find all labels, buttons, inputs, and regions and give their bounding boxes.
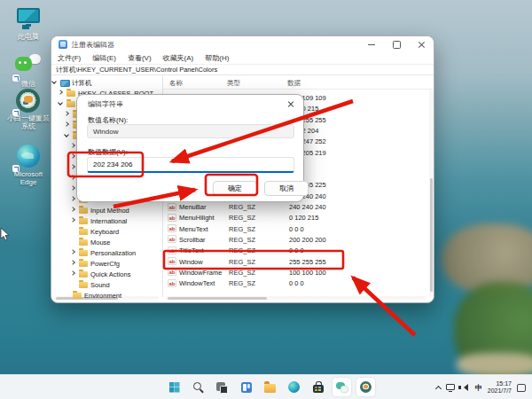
edge-taskbar-button[interactable] <box>285 378 303 396</box>
value-data-input[interactable] <box>87 157 294 173</box>
value-name: MenuHilight <box>179 214 215 222</box>
chevron-right-icon[interactable] <box>58 90 63 95</box>
chevron-right-icon[interactable] <box>70 207 75 212</box>
menu-item-0[interactable]: 文件(F) <box>56 53 82 63</box>
value-data: 255 255 255 <box>289 258 326 266</box>
tree-item-label: Quick Actions <box>90 270 130 278</box>
chevron-right-icon[interactable] <box>70 260 75 265</box>
tree-item-international[interactable]: International <box>51 215 162 226</box>
address-bar[interactable]: 计算机\HKEY_CURRENT_USER\Control Panel\Colo… <box>51 64 434 75</box>
value-row-menuhilight[interactable]: abMenuHilightREG_SZ0 120 215 <box>168 213 425 223</box>
column-header-data[interactable]: 数据 <box>287 79 301 88</box>
start-button[interactable] <box>165 378 184 396</box>
folder-icon <box>79 229 88 235</box>
value-name: MenuBar <box>179 203 206 211</box>
dialog-close-icon[interactable] <box>286 98 296 109</box>
chevron-right-icon[interactable] <box>70 217 75 223</box>
widgets-button[interactable] <box>237 378 255 396</box>
chevron-right-icon[interactable] <box>70 164 75 169</box>
value-data: 240 240 240 <box>289 203 326 211</box>
computer-icon <box>60 80 70 87</box>
folder-icon <box>66 90 75 97</box>
edge-icon <box>288 381 300 393</box>
tree-item-keyboard[interactable]: Keyboard <box>51 226 162 237</box>
chevron-right-icon[interactable] <box>64 121 69 127</box>
minimize-button[interactable] <box>359 36 384 52</box>
chevron-down-icon[interactable] <box>51 79 57 84</box>
ime-indicator[interactable]: 中 <box>475 383 482 393</box>
desktop-icon-xiaobai[interactable]: 小白一键重装系统 <box>5 89 51 130</box>
tree-item-powercfg[interactable]: PowerCfg <box>51 258 162 269</box>
value-name: WindowFrame <box>179 269 222 277</box>
file-explorer-button[interactable] <box>261 378 279 396</box>
cancel-button[interactable]: 取消 <box>264 181 309 196</box>
value-row-menutext[interactable]: abMenuTextREG_SZ0 0 0 <box>168 224 425 235</box>
column-header-type[interactable]: 类型 <box>227 79 240 88</box>
desktop-icon-edge[interactable]: Microsoft Edge <box>5 145 51 186</box>
tree-item-environment[interactable]: Environment <box>51 290 162 301</box>
chevron-down-icon[interactable] <box>58 100 63 106</box>
chevron-right-icon[interactable] <box>70 270 75 276</box>
desktop-icon-wechat[interactable]: 微信 <box>5 54 51 88</box>
shortcut-arrow-icon <box>12 165 20 172</box>
ok-button[interactable]: 确定 <box>213 181 257 196</box>
notification-center-icon[interactable] <box>517 384 526 392</box>
folder-icon <box>79 261 88 267</box>
task-view-button[interactable] <box>213 378 231 396</box>
search-button[interactable] <box>189 378 207 396</box>
value-row-titletext[interactable]: abTitleTextREG_SZ0 0 0 <box>168 246 425 256</box>
window-title: 注册表编辑器 <box>72 40 114 50</box>
xiaobai-taskbar-button[interactable] <box>356 378 375 396</box>
wechat-taskbar-button[interactable] <box>332 378 351 396</box>
tree-item-quick-actions[interactable]: Quick Actions <box>51 269 162 279</box>
value-type: REG_SZ <box>229 203 255 211</box>
menu-item-2[interactable]: 查看(V) <box>126 53 153 63</box>
chevron-right-icon[interactable] <box>70 143 75 148</box>
desktop-icon-this-pc[interactable]: 此电脑 <box>5 7 51 41</box>
store-button[interactable] <box>309 378 327 396</box>
menu-item-1[interactable]: 编辑(E) <box>90 53 118 63</box>
tree-item-personalization[interactable]: Personalization <box>51 247 162 258</box>
close-button[interactable] <box>409 36 434 52</box>
maximize-button[interactable] <box>384 36 409 52</box>
chevron-right-icon[interactable] <box>70 153 75 159</box>
tray-time: 15:17 <box>496 380 512 387</box>
value-row-window[interactable]: abWindowREG_SZ255 255 255 <box>168 257 425 268</box>
value-row-menubar[interactable]: abMenuBarREG_SZ240 240 240 <box>168 202 425 213</box>
tray-overflow-chevron-icon[interactable] <box>435 385 442 391</box>
tree-item-mouse[interactable]: Mouse <box>51 237 162 247</box>
tree-item-label: Personalization <box>90 249 136 257</box>
scrollbar-thumb[interactable] <box>430 178 433 292</box>
value-type: REG_SZ <box>229 269 255 277</box>
clock[interactable]: 15:17 2021/7/7 <box>488 380 512 395</box>
scrollbar-thumb[interactable] <box>168 297 267 300</box>
tree-item-input-method[interactable]: Input Method <box>51 205 162 215</box>
list-horizontal-scrollbar[interactable] <box>166 296 426 300</box>
title-bar[interactable]: 注册表编辑器 <box>51 36 434 52</box>
list-header: 名称 类型 数据 <box>163 75 433 90</box>
column-header-name[interactable]: 名称 <box>169 79 183 88</box>
tree-item-sound[interactable]: Sound <box>51 279 162 290</box>
chevron-right-icon[interactable] <box>64 111 69 116</box>
menu-item-4[interactable]: 帮助(H) <box>203 53 231 63</box>
network-icon[interactable] <box>446 384 455 390</box>
chevron-right-icon[interactable] <box>70 196 75 201</box>
value-name: Window <box>179 258 203 266</box>
value-row-windowframe[interactable]: abWindowFrameREG_SZ100 100 100 <box>168 268 425 278</box>
chevron-right-icon[interactable] <box>70 175 75 180</box>
chevron-right-icon[interactable] <box>70 185 75 191</box>
desktop-icon-label: Microsoft Edge <box>5 170 51 186</box>
value-row-scrollbar[interactable]: abScrollbarREG_SZ200 200 200 <box>168 235 425 246</box>
string-value-icon: ab <box>168 279 176 287</box>
string-value-icon: ab <box>168 268 176 276</box>
volume-icon[interactable] <box>460 384 468 391</box>
chevron-right-icon[interactable] <box>70 249 75 254</box>
tree-item--[interactable]: 计算机 <box>51 77 162 88</box>
vertical-scrollbar[interactable] <box>429 90 434 298</box>
value-name: TitleText <box>179 246 204 254</box>
folder-icon <box>73 293 82 299</box>
value-data: 0 120 215 <box>289 214 318 222</box>
menu-item-3[interactable]: 收藏夹(A) <box>161 53 196 63</box>
value-row-windowtext[interactable]: abWindowTextREG_SZ0 0 0 <box>168 278 425 289</box>
chevron-down-icon[interactable] <box>64 132 69 137</box>
